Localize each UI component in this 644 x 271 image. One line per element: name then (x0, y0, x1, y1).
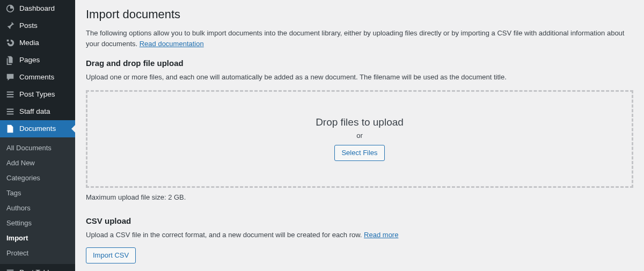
media-icon (5, 38, 15, 48)
sidebar-item-label: Documents (19, 124, 56, 134)
sidebar-item-label: Dashboard (19, 4, 55, 13)
sidebar-item-label: Media (19, 38, 39, 48)
sidebar-item-documents[interactable]: Documents (0, 120, 75, 137)
submenu-item-categories[interactable]: Categories (0, 171, 75, 186)
max-upload-size: Maximum upload file size: 2 GB. (86, 193, 633, 201)
sidebar-item-posts[interactable]: Posts (0, 17, 75, 34)
sidebar-item-label: Pages (19, 55, 40, 65)
comment-icon (5, 72, 15, 82)
sidebar-item-post-tables[interactable]: Post Tables (0, 264, 75, 271)
csv-upload-heading: CSV upload (86, 216, 633, 225)
dropzone-title: Drop files to upload (316, 116, 404, 128)
sidebar-item-label: Post Types (19, 90, 55, 99)
csv-desc-text: Upload a CSV file in the correct format,… (86, 231, 364, 239)
main-content: Import documents The following options a… (75, 0, 644, 271)
list-icon (5, 107, 15, 116)
sidebar-item-comments[interactable]: Comments (0, 69, 75, 86)
sidebar-item-post-types[interactable]: Post Types (0, 86, 75, 103)
read-more-link[interactable]: Read more (364, 231, 398, 239)
sidebar-item-media[interactable]: Media (0, 34, 75, 52)
sidebar-item-pages[interactable]: Pages (0, 52, 75, 69)
import-csv-button[interactable]: Import CSV (86, 247, 136, 263)
submenu-item-add-new[interactable]: Add New (0, 156, 75, 171)
select-files-button[interactable]: Select Files (334, 145, 384, 161)
sidebar-item-label: Posts (19, 21, 38, 31)
list-icon (5, 90, 15, 99)
submenu-item-tags[interactable]: Tags (0, 186, 75, 201)
submenu-item-import[interactable]: Import (0, 231, 75, 246)
sidebar-item-label: Post Tables (19, 268, 57, 271)
page-title: Import documents (86, 8, 633, 21)
sidebar-item-dashboard[interactable]: Dashboard (0, 0, 75, 17)
sidebar-item-label: Staff data (19, 107, 50, 116)
submenu-item-protect[interactable]: Protect (0, 246, 75, 261)
submenu-item-settings[interactable]: Settings (0, 216, 75, 231)
document-icon (5, 124, 15, 134)
admin-sidebar: Dashboard Posts Media Pages Comments Pos… (0, 0, 75, 271)
csv-upload-description: Upload a CSV file in the correct format,… (86, 230, 633, 240)
file-dropzone[interactable]: Drop files to upload or Select Files (86, 90, 633, 188)
dropzone-or: or (356, 131, 363, 140)
pin-icon (5, 21, 15, 31)
drag-drop-heading: Drag and drop file upload (86, 58, 633, 68)
sidebar-item-label: Comments (19, 72, 54, 82)
sidebar-item-staff-data[interactable]: Staff data (0, 103, 75, 120)
pages-icon (5, 55, 15, 65)
intro-paragraph: The following options allow you to bulk … (86, 28, 633, 49)
sidebar-submenu: All Documents Add New Categories Tags Au… (0, 137, 75, 264)
list-icon (5, 268, 15, 271)
submenu-item-authors[interactable]: Authors (0, 201, 75, 216)
drag-drop-description: Upload one or more files, and each one w… (86, 72, 633, 83)
submenu-item-all-documents[interactable]: All Documents (0, 141, 75, 156)
dashboard-icon (5, 4, 15, 13)
read-documentation-link[interactable]: Read documentation (140, 40, 204, 48)
